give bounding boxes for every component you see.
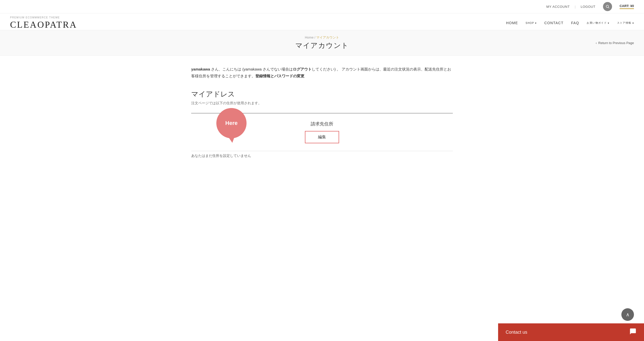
nav-shopping-guide[interactable]: お買い物ガイド▾ — [587, 21, 609, 25]
svg-line-1 — [608, 7, 609, 8]
no-address-text: あなたはまだ住所を設定していません — [191, 154, 453, 158]
main-content: yamakawa さん、こんにちは (yamakawa さんでない場合はログアウ… — [171, 56, 473, 176]
breadcrumb-home[interactable]: Home — [305, 36, 314, 39]
page-title: マイアカウント — [60, 41, 584, 50]
logout-inline-link[interactable]: ログアウト — [293, 67, 312, 71]
nav-contact[interactable]: CONTACT — [544, 21, 564, 25]
address-section-heading: マイアドレス — [191, 89, 453, 99]
top-bar-divider: | — [575, 5, 576, 9]
logo-area: PREMIUM ECOMMMERCE THEME CLEAOPATRA — [10, 16, 77, 30]
breadcrumb-section: Home / マイアカウント マイアカウント ‹ Return to Previ… — [0, 30, 644, 56]
main-nav: HOME SHOP▾ CONTACT FAQ お買い物ガイド▾ ストア情報▾ — [506, 16, 634, 30]
cart-button[interactable]: CART: ¥0 — [620, 4, 634, 9]
address-container: Here 請求先住所 編集 あなたはまだ住所を設定していません — [191, 113, 453, 158]
here-bubble-text: Here — [225, 120, 238, 126]
breadcrumb-current: マイアカウント — [316, 36, 339, 39]
return-previous-link[interactable]: ‹ Return to Previous Page — [596, 41, 634, 45]
top-bar: MY ACCOUNT | LOGOUT CART: ¥0 — [0, 0, 644, 13]
breadcrumb-center: Home / マイアカウント マイアカウント — [60, 35, 584, 50]
edit-billing-button[interactable]: 編集 — [305, 131, 339, 143]
my-account-link[interactable]: MY ACCOUNT — [546, 5, 570, 9]
register-info-link[interactable]: 登録情報とパスワードの変更 — [255, 74, 304, 78]
svg-point-0 — [606, 5, 609, 8]
logo-text: CLEAOPATRA — [10, 19, 77, 30]
nav-faq[interactable]: FAQ — [571, 21, 579, 25]
logout-link[interactable]: LOGOUT — [581, 5, 595, 9]
here-bubble: Here — [216, 108, 247, 138]
search-button[interactable] — [603, 2, 612, 11]
breadcrumb: Home / マイアカウント — [60, 35, 584, 40]
username: yamakawa — [191, 67, 210, 71]
address-section-subtext: 注文ページでは以下の住所が使用されます。 — [191, 101, 453, 106]
logo-tagline: PREMIUM ECOMMMERCE THEME — [10, 16, 60, 19]
header: PREMIUM ECOMMMERCE THEME CLEAOPATRA HOME… — [0, 13, 644, 30]
search-icon — [606, 5, 610, 9]
welcome-text: yamakawa さん、こんにちは (yamakawa さんでない場合はログアウ… — [191, 66, 453, 79]
nav-store-info[interactable]: ストア情報▾ — [617, 21, 634, 25]
top-bar-links: MY ACCOUNT | LOGOUT CART: ¥0 — [546, 2, 634, 11]
nav-shop[interactable]: SHOP▾ — [526, 22, 537, 24]
chevron-left-icon: ‹ — [596, 41, 597, 45]
nav-home[interactable]: HOME — [506, 21, 518, 25]
